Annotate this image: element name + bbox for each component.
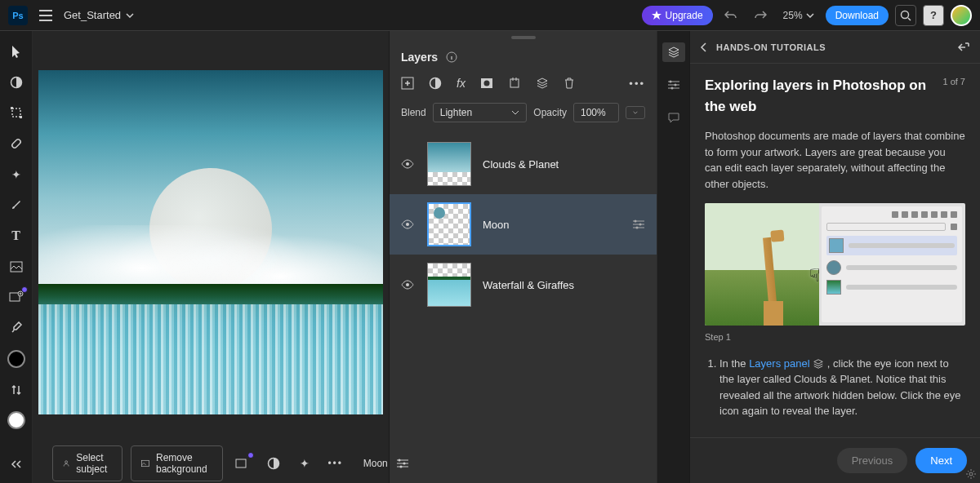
image-tool[interactable] [5,258,28,276]
sparkle-button[interactable]: ✦ [293,454,316,473]
document-name-label: Get_Started [64,9,121,21]
blend-mode-select[interactable]: Lighten [433,103,528,122]
tutorial-step-item: In the Layers panel , click the eye icon… [719,356,965,419]
collapse-toolbar[interactable] [5,455,28,473]
swap-colors[interactable] [5,381,28,399]
info-icon[interactable] [446,51,457,63]
star-icon [652,11,662,20]
eyedropper-tool[interactable] [5,319,28,337]
svg-point-30 [670,87,673,90]
foreground-color[interactable] [5,350,28,368]
tutorial-breadcrumb: HANDS-ON TUTORIALS [716,42,826,52]
next-button[interactable]: Next [915,448,967,473]
back-icon[interactable] [700,42,708,53]
zoom-dropdown[interactable]: 25% [783,10,814,21]
svg-rect-21 [510,79,519,87]
app-logo[interactable]: Ps [8,6,28,25]
svg-rect-10 [142,460,149,466]
panel-drag-handle[interactable] [390,31,657,44]
upgrade-label: Upgrade [666,10,703,21]
mask-icon[interactable] [480,78,493,89]
tutorial-step-count: 1 of 7 [933,75,965,89]
download-button[interactable]: Download [826,6,889,25]
svg-point-14 [403,463,405,465]
layers-panel-link[interactable]: Layers panel [749,357,809,370]
svg-rect-2 [12,109,20,117]
tutorial-header: HANDS-ON TUTORIALS [690,31,980,64]
svg-point-0 [902,11,909,18]
svg-rect-5 [11,138,21,148]
svg-point-13 [398,459,400,462]
select-subject-button[interactable]: Select subject [52,445,122,481]
move-tool[interactable] [5,42,28,60]
background-color[interactable] [5,411,28,429]
search-button[interactable] [895,5,916,26]
canvas[interactable] [38,70,383,414]
help-button[interactable]: ? [923,5,944,26]
hamburger-icon[interactable] [34,4,57,27]
canvas-area: Select subject Remove background ✦ ••• M… [33,31,389,483]
layer-row[interactable]: Clouds & Planet [390,134,657,194]
visibility-toggle[interactable] [401,159,416,169]
layers-title: Layers [401,51,438,64]
more-button[interactable]: ••• [324,454,347,473]
zoom-label: 25% [783,10,803,21]
document-name-dropdown[interactable]: Get_Started [64,9,134,21]
add-image-tool[interactable] [5,288,28,306]
user-avatar[interactable] [951,5,972,26]
tutorial-title: Exploring layers in Photoshop on the web [705,75,933,117]
adjust-layer-icon[interactable] [429,77,442,90]
chevron-down-icon [511,110,519,115]
redo-button[interactable] [749,4,772,27]
layers-panel: Layers fx ••• Blend Lighten Opacity 100% [389,31,657,483]
expand-icon[interactable] [957,42,970,53]
blend-label: Blend [401,107,426,118]
layers-dock-icon[interactable] [662,42,685,62]
previous-button[interactable]: Previous [837,448,908,473]
opacity-input[interactable]: 100% [573,103,619,122]
remove-background-button[interactable]: Remove background [131,445,223,481]
upgrade-button[interactable]: Upgrade [642,6,713,25]
active-layer-label: Moon [363,458,388,469]
fx-icon[interactable]: fx [457,77,466,90]
svg-rect-3 [11,107,13,109]
ai-button[interactable] [231,454,254,473]
magic-tool[interactable]: ✦ [5,166,28,184]
svg-point-25 [639,224,642,226]
search-icon [900,10,911,21]
visibility-toggle[interactable] [401,280,416,290]
canvas-toolbar: Select subject Remove background ✦ ••• M… [33,444,389,483]
visibility-toggle[interactable] [401,219,416,229]
svg-rect-4 [20,116,22,118]
chevron-down-icon [126,13,134,18]
crop-tool[interactable] [5,104,28,122]
undo-button[interactable] [719,4,742,27]
adjust-button[interactable] [262,454,285,473]
cursor-icon: ☟ [809,262,820,289]
opacity-dropdown[interactable] [626,106,645,119]
svg-point-24 [635,220,637,223]
adjust-tool[interactable] [5,73,28,91]
heal-tool[interactable] [5,135,28,153]
step-label: Step 1 [705,330,965,344]
trash-icon[interactable] [564,77,575,90]
stack-icon[interactable] [536,77,549,90]
svg-point-26 [636,227,639,229]
comments-dock-icon[interactable] [662,108,685,127]
panel-more-icon[interactable]: ••• [629,78,645,90]
layer-options-button[interactable] [396,454,409,473]
properties-dock-icon[interactable] [662,75,685,95]
tutorial-description: Photoshop documents are made of layers t… [705,128,965,192]
svg-point-9 [65,461,68,463]
clip-icon[interactable] [508,77,521,90]
layer-options-icon[interactable] [632,219,645,229]
svg-point-20 [483,81,489,86]
brush-tool[interactable] [5,196,28,214]
layer-name: Waterfall & Giraffes [483,279,645,291]
settings-icon[interactable] [965,468,977,480]
add-layer-icon[interactable] [401,77,414,90]
top-bar: Ps Get_Started Upgrade 25% Download ? [0,0,980,31]
layer-row[interactable]: Waterfall & Giraffes [390,255,657,315]
text-tool[interactable]: T [5,227,28,245]
layer-row[interactable]: Moon [390,194,657,255]
